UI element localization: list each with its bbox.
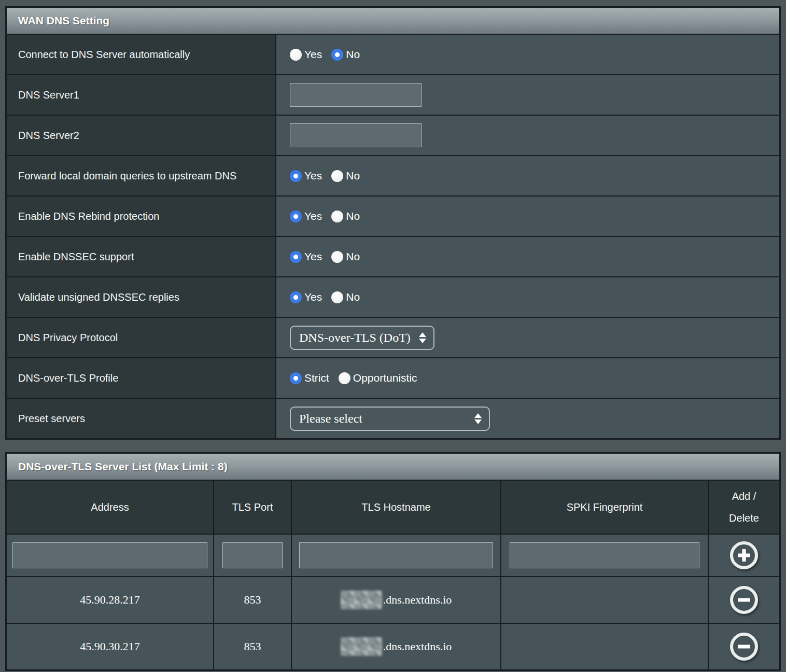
row-privacy-protocol: DNS Privacy Protocol DNS-over-TLS (DoT) — [7, 318, 779, 358]
tls-hostname-input[interactable] — [299, 542, 493, 568]
radio-no[interactable] — [331, 170, 343, 182]
row-connect-auto: Connect to DNS Server automatically Yes … — [7, 35, 779, 75]
radio-yes-label[interactable]: Yes — [304, 48, 322, 61]
preset-servers-select[interactable]: Please select — [290, 407, 490, 431]
row-label: Enable DNSSEC support — [7, 237, 276, 276]
row-label: Preset servers — [7, 399, 276, 438]
column-header-tls-hostname: TLS Hostname — [292, 481, 501, 534]
row-label: DNS Server1 — [7, 75, 276, 115]
row-dnssec-support: Enable DNSSEC support Yes No — [7, 237, 779, 277]
dns-server1-input[interactable] — [290, 83, 422, 107]
add-server-button[interactable] — [730, 541, 758, 569]
delete-icon — [738, 598, 750, 602]
dot-server-list-title: DNS-over-TLS Server List (Max Limit : 8) — [7, 454, 779, 481]
forward-local-radio-group: Yes No — [290, 170, 360, 182]
row-label: Connect to DNS Server automatically — [7, 35, 276, 74]
row-rebind-protection: Enable DNS Rebind protection Yes No — [7, 197, 779, 237]
server-spki — [501, 624, 709, 669]
radio-no-label[interactable]: No — [346, 48, 360, 61]
radio-yes[interactable] — [290, 251, 302, 263]
delete-server-button[interactable] — [730, 633, 758, 661]
radio-yes[interactable] — [290, 49, 302, 61]
server-tls-hostname: .dns.nextdns.io — [341, 637, 452, 656]
radio-yes-label[interactable]: Yes — [304, 291, 322, 303]
column-header-add-delete: Add / Delete — [709, 481, 779, 534]
spki-fingerprint-input[interactable] — [510, 542, 699, 568]
row-label: DNS-over-TLS Profile — [7, 358, 276, 398]
server-row: 45.90.30.217 853 .dns.nextdns.io — [7, 624, 779, 669]
address-input[interactable] — [12, 542, 207, 568]
server-address: 45.90.30.217 — [7, 624, 214, 669]
tls-port-input[interactable] — [222, 542, 283, 568]
row-label: Forward local domain queries to upstream… — [7, 156, 276, 195]
row-forward-local: Forward local domain queries to upstream… — [7, 156, 779, 197]
radio-yes[interactable] — [290, 291, 302, 303]
dnssec-radio-group: Yes No — [290, 250, 360, 263]
radio-yes-label[interactable]: Yes — [304, 170, 322, 182]
radio-no-label[interactable]: No — [346, 210, 360, 222]
radio-no[interactable] — [331, 211, 343, 222]
delete-icon — [738, 645, 750, 649]
column-header-spki: SPKI Fingerprint — [501, 481, 709, 534]
server-spki — [501, 577, 709, 623]
radio-no-label[interactable]: No — [346, 170, 360, 182]
server-tls-port: 853 — [214, 577, 292, 623]
radio-no-label[interactable]: No — [346, 250, 360, 263]
row-validate-unsigned: Validate unsigned DNSSEC replies Yes No — [7, 277, 779, 318]
radio-yes-label[interactable]: Yes — [304, 210, 322, 222]
radio-strict[interactable] — [290, 372, 302, 384]
row-label: Enable DNS Rebind protection — [7, 197, 276, 236]
radio-no[interactable] — [331, 49, 343, 61]
dot-profile-radio-group: Strict Opportunistic — [290, 372, 417, 384]
redacted-hostname-block — [341, 591, 382, 609]
dot-server-list-panel: DNS-over-TLS Server List (Max Limit : 8)… — [5, 452, 781, 671]
dns-server2-input[interactable] — [290, 123, 422, 147]
column-header-address: Address — [7, 481, 214, 534]
delete-server-button[interactable] — [730, 586, 758, 614]
radio-opportunistic[interactable] — [339, 372, 350, 384]
radio-yes-label[interactable]: Yes — [304, 250, 322, 263]
row-label: DNS Privacy Protocol — [7, 318, 276, 357]
selected-option: Please select — [299, 412, 362, 426]
connect-auto-radio-group: Yes No — [290, 48, 360, 61]
column-header-tls-port: TLS Port — [214, 481, 292, 534]
server-list-header-row: Address TLS Port TLS Hostname SPKI Finge… — [7, 481, 779, 535]
radio-no[interactable] — [331, 251, 343, 263]
row-dot-profile: DNS-over-TLS Profile Strict Opportunisti… — [7, 358, 779, 399]
radio-yes[interactable] — [290, 170, 302, 182]
new-server-entry-row — [7, 535, 779, 577]
rebind-radio-group: Yes No — [290, 210, 360, 222]
server-address: 45.90.28.217 — [7, 577, 214, 623]
radio-strict-label[interactable]: Strict — [304, 372, 329, 384]
radio-no[interactable] — [331, 291, 343, 303]
row-preset-servers: Preset servers Please select — [7, 399, 779, 438]
select-spinner-icon — [474, 413, 482, 424]
redacted-hostname-block — [341, 637, 382, 656]
dns-privacy-protocol-select[interactable]: DNS-over-TLS (DoT) — [290, 326, 434, 350]
row-label: Validate unsigned DNSSEC replies — [7, 277, 276, 317]
row-dns-server1: DNS Server1 — [7, 75, 779, 116]
row-label: DNS Server2 — [7, 116, 276, 155]
wan-dns-setting-panel: WAN DNS Setting Connect to DNS Server au… — [5, 6, 781, 440]
row-dns-server2: DNS Server2 — [7, 116, 779, 156]
server-tls-port: 853 — [214, 624, 292, 669]
radio-opportunistic-label[interactable]: Opportunistic — [353, 372, 417, 384]
server-row: 45.90.28.217 853 .dns.nextdns.io — [7, 577, 779, 624]
radio-no-label[interactable]: No — [346, 291, 360, 303]
select-spinner-icon — [419, 332, 426, 343]
selected-option: DNS-over-TLS (DoT) — [299, 331, 411, 345]
radio-yes[interactable] — [290, 211, 302, 222]
wan-dns-setting-title: WAN DNS Setting — [7, 8, 779, 35]
server-tls-hostname: .dns.nextdns.io — [341, 591, 452, 609]
validate-unsigned-radio-group: Yes No — [290, 291, 360, 303]
